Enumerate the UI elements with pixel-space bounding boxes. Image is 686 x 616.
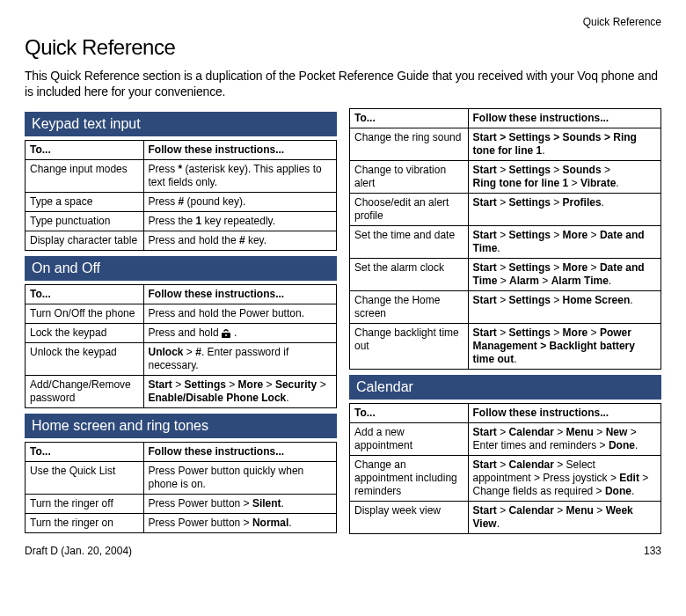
table-row: Turn the ringer offPress Power button > … — [26, 495, 337, 514]
cell-instructions: Press * (asterisk key). This applies to … — [143, 160, 336, 193]
cell-to: Use the Quick List — [26, 462, 144, 495]
table-row: Set the alarm clockStart > Settings > Mo… — [350, 259, 661, 291]
cell-instructions: Press # (pound key). — [143, 193, 336, 212]
table-row: Lock the keypadPress and hold . — [26, 324, 337, 343]
cell-to: Change the Home screen — [350, 291, 469, 324]
calendar-table: To... Follow these instructions... Add a… — [349, 403, 661, 534]
table-row: Type a spacePress # (pound key). — [26, 193, 337, 212]
page-title: Quick Reference — [25, 35, 661, 60]
home2-table: To... Follow these instructions... Chang… — [349, 108, 661, 370]
cell-instructions: Start > Settings > Sounds > Ring tone fo… — [468, 128, 660, 161]
col-header-to: To... — [350, 404, 469, 423]
table-row: Display week viewStart > Calendar > Menu… — [350, 502, 661, 534]
cell-instructions: Press Power button > Silent. — [143, 495, 336, 514]
table-row: Change input modesPress * (asterisk key)… — [26, 160, 337, 193]
table-header-row: To... Follow these instructions... — [350, 109, 661, 128]
table-row: Choose/edit an alert profileStart > Sett… — [350, 194, 661, 226]
cell-instructions: Start > Calendar > Select appointment > … — [468, 456, 660, 502]
cell-instructions: Start > Settings > Profiles. — [468, 194, 660, 226]
table-header-row: To... Follow these instructions... — [26, 443, 337, 462]
cell-to: Add a new appointment — [350, 423, 469, 456]
right-column: To... Follow these instructions... Chang… — [349, 108, 661, 539]
cell-instructions: Press the 1 key repeatedly. — [143, 212, 336, 231]
col-header-instructions: Follow these instructions... — [143, 285, 336, 304]
page-footer: Draft D (Jan. 20, 2004) 133 — [25, 545, 661, 557]
col-header-instructions: Follow these instructions... — [468, 404, 660, 423]
cell-to: Lock the keypad — [26, 324, 144, 343]
table-row: Unlock the keypadUnlock > #. Enter passw… — [26, 343, 337, 376]
cell-instructions: Press and hold the # key. — [143, 231, 336, 251]
cell-to: Change an appointment including reminder… — [350, 456, 469, 502]
col-header-to: To... — [26, 443, 144, 462]
table-row: Change the Home screenStart > Settings >… — [350, 291, 661, 324]
col-header-instructions: Follow these instructions... — [143, 141, 336, 160]
cell-to: Change backlight time out — [350, 324, 469, 370]
intro-text: This Quick Reference section is a duplic… — [25, 69, 661, 99]
section-heading-calendar: Calendar — [349, 375, 661, 400]
cell-to: Type a space — [26, 193, 144, 212]
cell-instructions: Start > Settings > More > Security > Ena… — [143, 376, 336, 408]
col-header-instructions: Follow these instructions... — [143, 443, 336, 462]
home-table: To... Follow these instructions... Use t… — [25, 442, 337, 533]
cell-to: Turn On/Off the phone — [26, 304, 144, 324]
table-row: Use the Quick ListPress Power button qui… — [26, 462, 337, 495]
table-row: Change the ring soundStart > Settings > … — [350, 128, 661, 161]
footer-right: 133 — [644, 545, 661, 557]
running-head: Quick Reference — [25, 16, 661, 28]
onoff-table: To... Follow these instructions... Turn … — [25, 284, 337, 408]
cell-to: Add/Change/Remove password — [26, 376, 144, 408]
table-row: Turn On/Off the phonePress and hold the … — [26, 304, 337, 324]
table-row: Set the time and dateStart > Settings > … — [350, 226, 661, 259]
svg-point-1 — [225, 334, 227, 336]
table-row: Type punctuationPress the 1 key repeated… — [26, 212, 337, 231]
table-header-row: To... Follow these instructions... — [26, 141, 337, 160]
cell-instructions: Start > Calendar > Menu > Week View. — [468, 502, 660, 534]
table-header-row: To... Follow these instructions... — [26, 285, 337, 304]
table-row: Add a new appointmentStart > Calendar > … — [350, 423, 661, 456]
cell-to: Change to vibration alert — [350, 161, 469, 194]
cell-to: Set the time and date — [350, 226, 469, 259]
cell-to: Turn the ringer off — [26, 495, 144, 514]
cell-instructions: Press and hold . — [143, 324, 336, 343]
cell-instructions: Unlock > #. Enter password if necessary. — [143, 343, 336, 376]
col-header-to: To... — [350, 109, 469, 128]
cell-to: Unlock the keypad — [26, 343, 144, 376]
keypad-table: To... Follow these instructions... Chang… — [25, 140, 337, 251]
cell-instructions: Start > Settings > More > Power Manageme… — [468, 324, 660, 370]
cell-to: Change input modes — [26, 160, 144, 193]
col-header-instructions: Follow these instructions... — [468, 109, 660, 128]
cell-to: Change the ring sound — [350, 128, 469, 161]
cell-to: Turn the ringer on — [26, 514, 144, 533]
col-header-to: To... — [26, 141, 144, 160]
cell-instructions: Start > Settings > Sounds > Ring tone fo… — [468, 161, 660, 194]
section-heading-keypad: Keypad text input — [25, 112, 337, 136]
section-heading-home: Home screen and ring tones — [25, 414, 337, 438]
footer-left: Draft D (Jan. 20, 2004) — [25, 545, 132, 557]
cell-instructions: Press and hold the Power button. — [143, 304, 336, 324]
table-header-row: To... Follow these instructions... — [350, 404, 661, 423]
table-row: Turn the ringer onPress Power button > N… — [26, 514, 337, 533]
cell-to: Display week view — [350, 502, 469, 534]
table-row: Change to vibration alertStart > Setting… — [350, 161, 661, 194]
left-column: Keypad text input To... Follow these ins… — [25, 108, 337, 539]
cell-to: Choose/edit an alert profile — [350, 194, 469, 226]
section-heading-onoff: On and Off — [25, 256, 337, 281]
cell-instructions: Press Power button > Normal. — [143, 514, 336, 533]
cell-instructions: Start > Settings > More > Date and Time … — [468, 259, 660, 291]
table-row: Change an appointment including reminder… — [350, 456, 661, 502]
table-row: Change backlight time outStart > Setting… — [350, 324, 661, 370]
cell-instructions: Start > Settings > Home Screen. — [468, 291, 660, 324]
cell-instructions: Start > Settings > More > Date and Time. — [468, 226, 660, 259]
cell-to: Type punctuation — [26, 212, 144, 231]
table-row: Display character tablePress and hold th… — [26, 231, 337, 251]
table-row: Add/Change/Remove passwordStart > Settin… — [26, 376, 337, 408]
cell-to: Set the alarm clock — [350, 259, 469, 291]
cell-instructions: Start > Calendar > Menu > New > Enter ti… — [468, 423, 660, 456]
cell-to: Display character table — [26, 231, 144, 251]
col-header-to: To... — [26, 285, 144, 304]
cell-instructions: Press Power button quickly when phone is… — [143, 462, 336, 495]
